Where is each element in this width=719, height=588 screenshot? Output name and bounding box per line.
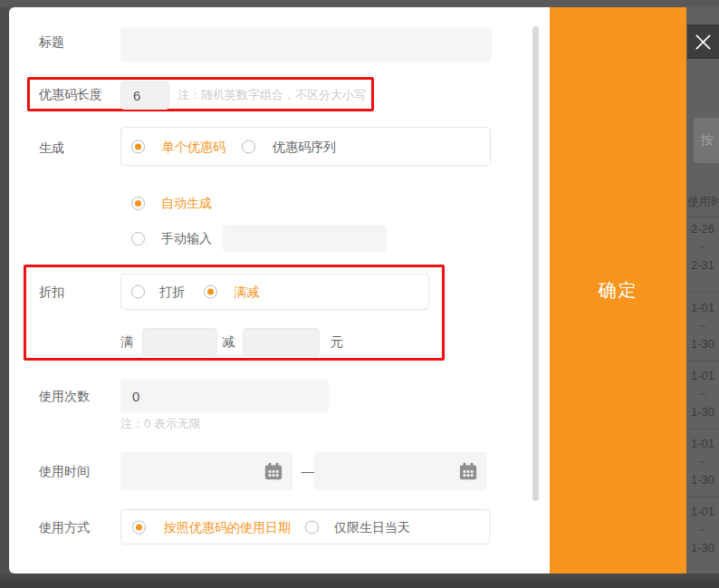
yuan-unit-label: 元 xyxy=(331,333,343,350)
usage-method-label: 使用方式 xyxy=(39,519,90,535)
option-percent-off[interactable]: 打折 xyxy=(159,284,185,300)
full-amount-input[interactable] xyxy=(142,328,217,356)
option-coupon-series[interactable]: 优惠码序列 xyxy=(273,139,336,155)
background-date-text: 1-01 xyxy=(686,299,719,317)
coupon-form-modal: 标题 优惠码长度 注：随机英数字组合，不区分大小写 生成 单个优惠码 优惠码序列… xyxy=(9,7,550,574)
option-full-reduction[interactable]: 满减 xyxy=(234,284,259,300)
dimmed-background-top xyxy=(0,0,719,7)
background-table-header: 使用时 xyxy=(687,194,719,210)
radio-birthday-only[interactable] xyxy=(305,520,319,534)
usage-method-option-group: 按照优惠码的使用日期 仅限生日当天 xyxy=(120,509,490,545)
calendar-icon xyxy=(264,461,283,481)
radio-full-reduction[interactable] xyxy=(204,285,217,299)
generate-label: 生成 xyxy=(39,140,64,156)
coupon-code-dialog-page: 按 使用时 2-26~2-311-01~1-301-01~1-301-01~1-… xyxy=(0,0,719,588)
background-date-text: 1-30 xyxy=(686,539,719,557)
end-date-input[interactable] xyxy=(314,452,487,490)
close-icon xyxy=(695,34,712,51)
title-input[interactable] xyxy=(120,27,492,62)
dimmed-background-bottom xyxy=(0,574,719,588)
background-table-row: 1-01~1-30 xyxy=(686,299,719,353)
discount-option-group: 打折 满减 xyxy=(120,274,429,310)
reduce-amount-input[interactable] xyxy=(243,328,320,356)
dimmed-background-left xyxy=(0,7,9,574)
generate-option-group: 单个优惠码 优惠码序列 xyxy=(120,127,491,166)
background-table-divider xyxy=(686,292,719,293)
title-label: 标题 xyxy=(39,34,64,50)
radio-coupon-series[interactable] xyxy=(242,140,255,153)
discount-label: 折扣 xyxy=(39,284,64,300)
background-table-row: 1-01~1-30 xyxy=(686,367,719,421)
option-single-coupon[interactable]: 单个优惠码 xyxy=(162,139,225,155)
background-date-text: 2-26 xyxy=(686,220,719,238)
code-length-input[interactable] xyxy=(120,82,169,110)
code-length-label: 优惠码长度 xyxy=(39,86,102,102)
calendar-icon xyxy=(458,461,478,481)
background-date-text: ~ xyxy=(686,453,719,471)
background-table-row: 2-26~2-31 xyxy=(686,220,719,275)
background-table-divider xyxy=(686,361,719,361)
background-date-text: ~ xyxy=(686,521,719,539)
background-date-text: 1-30 xyxy=(686,471,719,489)
background-table-row: 1-01~1-30 xyxy=(686,435,719,489)
background-table-row: 1-01~1-30 xyxy=(686,503,719,557)
background-table-divider xyxy=(686,217,719,217)
usage-count-note: 注：0 表示无限 xyxy=(120,416,201,432)
background-date-text: 1-30 xyxy=(686,335,719,353)
background-date-text: 1-01 xyxy=(686,435,719,453)
background-date-text: 2-31 xyxy=(686,256,719,275)
radio-single-coupon[interactable] xyxy=(131,140,145,153)
reduce-amount-label: 减 xyxy=(222,333,235,350)
modal-scrollbar-thumb[interactable] xyxy=(532,26,539,501)
radio-manual-input[interactable] xyxy=(131,232,145,246)
confirm-button-label: 确定 xyxy=(599,278,638,303)
background-date-text: ~ xyxy=(686,238,719,256)
radio-auto-generate[interactable] xyxy=(131,197,145,210)
background-date-text: 1-30 xyxy=(686,403,719,421)
radio-percent-off[interactable] xyxy=(131,285,145,299)
code-length-note: 注：随机英数字组合，不区分大小写 xyxy=(177,87,366,103)
full-amount-label: 满 xyxy=(120,333,133,350)
close-button[interactable] xyxy=(687,24,719,59)
usage-time-label: 使用时间 xyxy=(39,463,90,479)
manual-code-input[interactable] xyxy=(223,225,387,252)
background-partial-button: 按 xyxy=(694,118,719,163)
background-date-text: 1-01 xyxy=(686,367,719,385)
option-by-coupon-date[interactable]: 按照优惠码的使用日期 xyxy=(164,519,291,535)
option-auto-generate[interactable]: 自动生成 xyxy=(161,195,212,211)
background-date-text: 1-01 xyxy=(686,503,719,521)
option-birthday-only[interactable]: 仅限生日当天 xyxy=(334,519,410,535)
background-table-divider xyxy=(686,429,719,429)
dimmed-background-table: 按 使用时 2-26~2-311-01~1-301-01~1-301-01~1-… xyxy=(686,7,719,574)
confirm-button[interactable]: 确定 xyxy=(550,7,686,574)
background-date-text: ~ xyxy=(686,385,719,403)
background-date-text: ~ xyxy=(686,317,719,335)
background-table-divider xyxy=(686,496,719,497)
usage-count-label: 使用次数 xyxy=(39,388,90,404)
usage-count-input[interactable] xyxy=(120,379,329,413)
start-date-input[interactable] xyxy=(120,452,292,490)
radio-by-coupon-date[interactable] xyxy=(132,520,146,534)
option-manual-input[interactable]: 手动输入 xyxy=(161,230,212,246)
